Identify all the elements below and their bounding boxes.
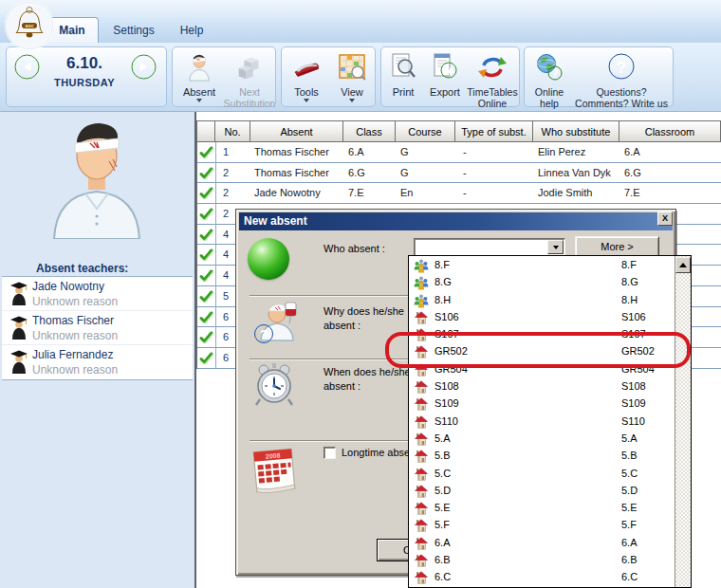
app-logo-bell-button[interactable]: asc — [5, 1, 54, 50]
column-header-course[interactable]: Course — [396, 120, 455, 142]
classroom-house-icon — [414, 396, 429, 412]
cell-type: - — [463, 167, 467, 178]
absent-button[interactable]: Absent — [176, 52, 222, 102]
table-row[interactable]: 1 Thomas Fischer 6.A G - Elin Perez 6.A — [196, 142, 721, 163]
tab-help[interactable]: Help — [171, 17, 213, 43]
column-header-class[interactable]: Class — [343, 120, 396, 142]
cell-who: Linnea Van Dyk — [538, 167, 611, 178]
list-item[interactable]: 6.C 6.C — [409, 569, 675, 586]
who-absent-combobox[interactable] — [414, 238, 565, 256]
list-item[interactable]: Jade Nowotny Unknown reason — [2, 277, 193, 311]
next-substitution-button[interactable]: Next Substitution — [224, 52, 275, 109]
who-absent-dropdown-list: 8.F 8.F 8.G 8.G 8.H 8.H S106 S106 S107 — [408, 255, 692, 588]
absence-reason: Unknown reason — [32, 363, 118, 377]
stapler-icon — [291, 52, 322, 84]
list-item[interactable]: Julia Fernandez Unknown reason — [2, 345, 193, 379]
tab-settings[interactable]: Settings — [104, 17, 163, 43]
list-item[interactable]: 8.F 8.F — [409, 257, 675, 274]
cell-absent: Thomas Fischer — [254, 146, 329, 157]
combobox-dropdown-icon[interactable] — [547, 240, 564, 254]
item-value: 6.B — [621, 554, 638, 565]
check-icon — [199, 228, 213, 242]
sync-arrows-icon — [476, 52, 508, 84]
calendar-icon: 2008 — [248, 443, 301, 502]
item-label: 5.D — [434, 485, 451, 496]
list-item[interactable]: 5.D 5.D — [409, 483, 675, 500]
online-help-label: Online help — [530, 86, 568, 109]
cell-type: - — [463, 187, 467, 198]
item-label: 8.H — [434, 294, 451, 305]
cell-no: 2 — [223, 167, 229, 178]
item-value: S110 — [621, 415, 645, 427]
next-day-button[interactable] — [131, 54, 157, 80]
tools-button-label: Tools — [294, 86, 319, 98]
classroom-house-icon — [414, 362, 429, 377]
cell-absent: Thomas Fischer — [254, 167, 329, 178]
view-button[interactable]: View — [331, 52, 373, 102]
table-row[interactable]: 2 Jade Nowotny 7.E En - Jodie Smith 7.E — [196, 183, 721, 204]
item-value: S107 — [621, 328, 646, 340]
when-absent-clock-icon — [251, 361, 297, 413]
item-label: 5.B — [434, 450, 451, 461]
column-header-who[interactable]: Who substitute — [533, 120, 619, 142]
column-header-type[interactable]: Type of subst. — [455, 120, 533, 142]
teacher-icon — [9, 350, 28, 378]
item-label: GR504 — [434, 363, 468, 375]
logo-text: asc — [25, 23, 33, 28]
list-item[interactable]: GR504 GR504 — [409, 361, 675, 378]
export-button-label: Export — [430, 86, 460, 98]
classroom-house-icon — [414, 536, 429, 551]
cell-no: 4 — [223, 248, 229, 260]
item-label: 6.A — [434, 537, 451, 548]
list-item[interactable]: 5.C 5.C — [409, 466, 675, 483]
tools-button[interactable]: Tools — [286, 52, 327, 102]
column-header-no[interactable]: No. — [215, 120, 250, 142]
column-header-classroom[interactable]: Classroom — [619, 120, 721, 142]
list-item[interactable]: S106 S106 — [409, 309, 675, 326]
cell-no: 6 — [223, 331, 229, 342]
list-item[interactable]: S107 S107 — [409, 326, 675, 343]
column-header-absent[interactable]: Absent — [250, 120, 343, 142]
cell-course: G — [400, 167, 409, 178]
item-label: 5.F — [434, 519, 450, 530]
list-item[interactable]: 6.B 6.B — [409, 552, 675, 569]
online-help-button[interactable]: ? Online help — [528, 52, 570, 109]
questions-button[interactable]: ? Questions? Comments? Write us — [572, 52, 671, 109]
scrollbar[interactable] — [675, 256, 691, 587]
cell-absent: Jade Nowotny — [254, 187, 321, 198]
column-header-status[interactable] — [196, 120, 215, 142]
cell-class: 6.A — [348, 146, 364, 157]
export-button[interactable]: Export — [424, 52, 466, 98]
previous-day-button[interactable] — [14, 54, 40, 80]
list-item[interactable]: Thomas Fischer Unknown reason — [2, 311, 193, 345]
check-icon — [199, 186, 213, 200]
list-item[interactable]: 5.E 5.E — [409, 500, 675, 517]
check-icon — [199, 310, 213, 324]
list-item[interactable]: 5.A 5.A — [409, 431, 675, 448]
list-item[interactable]: 6.A 6.A — [409, 535, 675, 552]
list-item-gr502[interactable]: GR502 GR502 — [409, 343, 675, 360]
list-item[interactable]: 8.G 8.G — [409, 274, 675, 291]
teacher-icon — [9, 316, 28, 344]
table-row[interactable]: 2 Thomas Fischer 6.G G - Linnea Van Dyk … — [196, 163, 721, 184]
check-icon — [199, 166, 213, 180]
close-icon[interactable]: X — [657, 211, 673, 226]
list-item[interactable]: 5.B 5.B — [409, 448, 675, 465]
globe-help-icon: ? — [535, 52, 564, 84]
list-item[interactable]: 8.H 8.H — [409, 292, 675, 309]
list-item[interactable]: S110 S110 — [409, 413, 675, 431]
cell-type: - — [463, 146, 467, 157]
timetables-online-button[interactable]: TimeTables Online — [466, 52, 519, 109]
print-button-label: Print — [393, 86, 415, 98]
dropdown-items: 8.F 8.F 8.G 8.G 8.H 8.H S106 S106 S107 — [409, 257, 675, 588]
print-button[interactable]: Print — [384, 52, 422, 98]
chevron-down-icon — [304, 99, 309, 102]
table-left-border — [196, 120, 197, 369]
list-item[interactable]: 5.F 5.F — [409, 517, 675, 534]
svg-text:2008: 2008 — [266, 451, 281, 459]
list-item[interactable]: S109 S109 — [409, 395, 675, 413]
longtime-absent-checkbox[interactable] — [324, 447, 336, 459]
scroll-up-icon[interactable] — [675, 257, 691, 273]
absent-person-icon — [185, 52, 213, 84]
list-item[interactable]: S108 S108 — [409, 378, 675, 395]
